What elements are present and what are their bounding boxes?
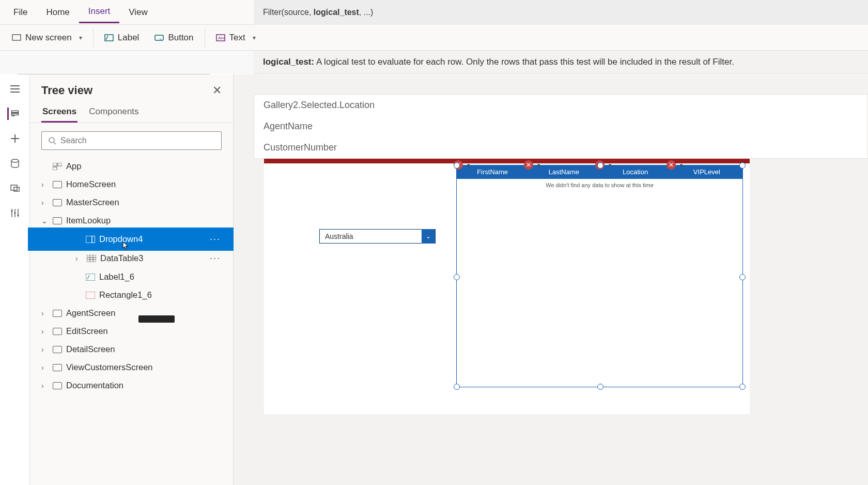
rectangle-icon [86, 292, 95, 299]
button-button[interactable]: Button [147, 28, 201, 48]
svg-rect-7 [14, 187, 19, 191]
hamburger-icon[interactable] [9, 83, 21, 95]
close-icon[interactable]: ✕ [212, 84, 222, 97]
autocomplete-popup: Gallery2.Selected.Location AgentName Cus… [254, 94, 868, 159]
chevron-right-icon[interactable]: › [41, 345, 49, 354]
resize-handle[interactable] [739, 274, 746, 280]
search-input[interactable] [41, 131, 222, 150]
left-rail [0, 74, 30, 485]
tree-list: App ›HomeScreen ›MasterScreen ⌄ItemLooku… [30, 155, 233, 397]
svg-rect-15 [86, 274, 95, 281]
svg-rect-12 [86, 236, 95, 243]
tab-screens[interactable]: Screens [41, 102, 78, 123]
svg-rect-11 [53, 167, 57, 170]
text-button[interactable]: Abc Text ▾ [208, 28, 264, 48]
formula-signature: Filter(source, logical_test, ...) [254, 0, 868, 25]
svg-rect-10 [58, 163, 62, 166]
tree-view-title: Tree view [41, 84, 92, 97]
tree-item-rectangle1_6[interactable]: Rectangle1_6 [30, 286, 233, 304]
search-icon [48, 137, 56, 145]
empty-message: We didn't find any data to show at this … [457, 179, 742, 191]
more-icon[interactable]: ··· [210, 234, 221, 245]
screen-icon [53, 346, 62, 353]
resize-handle[interactable] [454, 384, 460, 390]
table-icon [87, 255, 96, 262]
formula-hint: logical_test: A logical test to evaluate… [254, 51, 868, 74]
tree-item-agentscreen[interactable]: ›AgentScreen [30, 304, 233, 322]
screen-icon [53, 328, 62, 335]
chevron-right-icon[interactable]: › [75, 254, 83, 263]
svg-rect-2 [155, 35, 163, 40]
advanced-icon[interactable] [9, 207, 21, 219]
tree-item-documentation[interactable]: ›Documentation [30, 376, 233, 395]
menu-home[interactable]: Home [37, 2, 79, 23]
autocomplete-item[interactable]: CustomerNumber [254, 137, 867, 158]
chevron-down-icon: ▾ [253, 34, 256, 41]
screen-icon [53, 217, 62, 224]
app-screen: Item Lookup Australia ⌄ ✕ ✕ ✕ ✕ FirstNam… [264, 150, 750, 414]
dropdown-control[interactable]: Australia ⌄ [319, 229, 436, 244]
label-button[interactable]: Label [97, 28, 147, 48]
menu-file[interactable]: File [4, 2, 37, 23]
svg-text:Abc: Abc [218, 36, 225, 40]
label-icon [104, 33, 114, 42]
chevron-right-icon[interactable]: › [41, 180, 49, 189]
svg-point-5 [11, 159, 19, 162]
autocomplete-item[interactable]: AgentName [254, 116, 867, 137]
chevron-right-icon[interactable]: › [41, 382, 49, 390]
chevron-down-icon[interactable]: ⌄ [41, 217, 49, 225]
more-icon[interactable]: ··· [210, 253, 221, 264]
error-icon[interactable]: ✕ [667, 160, 676, 170]
tree-item-masterscreen[interactable]: ›MasterScreen [30, 193, 233, 211]
resize-handle[interactable] [454, 162, 460, 169]
screen-icon [53, 382, 62, 389]
text-icon: Abc [216, 33, 225, 42]
screen-icon [53, 310, 62, 317]
tree-view-panel: Tree view ✕ Screens Components App ›Home… [30, 74, 234, 485]
tree-item-editscreen[interactable]: ›EditScreen [30, 322, 233, 340]
screen-icon [53, 181, 62, 188]
tree-item-dropdown4[interactable]: Dropdown4 ··· [30, 230, 233, 249]
tree-app[interactable]: App [30, 157, 233, 175]
label-icon [86, 274, 95, 281]
chevron-right-icon[interactable]: › [41, 327, 49, 336]
svg-rect-13 [92, 236, 95, 243]
ribbon: New screen ▾ Label Button Abc Text ▾ [0, 25, 868, 51]
tree-item-detailscreen[interactable]: ›DetailScreen [30, 340, 233, 358]
resize-handle[interactable] [597, 162, 603, 169]
svg-rect-9 [53, 163, 57, 166]
chevron-down-icon: ▾ [79, 34, 82, 41]
svg-rect-16 [86, 292, 95, 299]
tree-item-itemlookup[interactable]: ⌄ItemLookup [30, 211, 233, 230]
insert-icon[interactable] [9, 132, 21, 145]
tree-view-icon[interactable] [7, 108, 20, 120]
chevron-down-icon[interactable]: ⌄ [422, 229, 435, 244]
new-screen-button[interactable]: New screen ▾ [4, 28, 90, 48]
media-icon[interactable] [9, 182, 21, 194]
tab-components[interactable]: Components [88, 102, 140, 123]
tree-item-homescreen[interactable]: ›HomeScreen [30, 175, 233, 193]
autocomplete-item[interactable]: Gallery2.Selected.Location [254, 95, 867, 116]
menu-view[interactable]: View [119, 2, 157, 23]
svg-point-8 [49, 138, 54, 143]
resize-handle[interactable] [597, 384, 603, 390]
dropdown-icon [86, 236, 95, 243]
chevron-right-icon[interactable]: › [41, 363, 49, 372]
screen-icon [53, 364, 62, 371]
search-field[interactable] [60, 136, 215, 145]
data-icon[interactable] [9, 157, 21, 170]
screen-icon [12, 33, 21, 42]
menu-insert[interactable]: Insert [79, 1, 120, 23]
tree-item-datatable3[interactable]: ›DataTable3··· [30, 249, 233, 268]
tooltip [138, 315, 175, 323]
tree-item-viewcustomersscreen[interactable]: ›ViewCustomersScreen [30, 358, 233, 376]
resize-handle[interactable] [454, 274, 460, 280]
button-icon [154, 33, 164, 42]
chevron-right-icon[interactable]: › [41, 309, 49, 317]
chevron-right-icon[interactable]: › [41, 199, 49, 207]
resize-handle[interactable] [739, 384, 746, 390]
tree-item-label1_6[interactable]: Label1_6 [30, 268, 233, 286]
data-table[interactable]: ✕ ✕ ✕ ✕ FirstName LastName Location VIPL… [456, 165, 743, 387]
resize-handle[interactable] [739, 162, 746, 169]
error-icon[interactable]: ✕ [524, 160, 533, 170]
